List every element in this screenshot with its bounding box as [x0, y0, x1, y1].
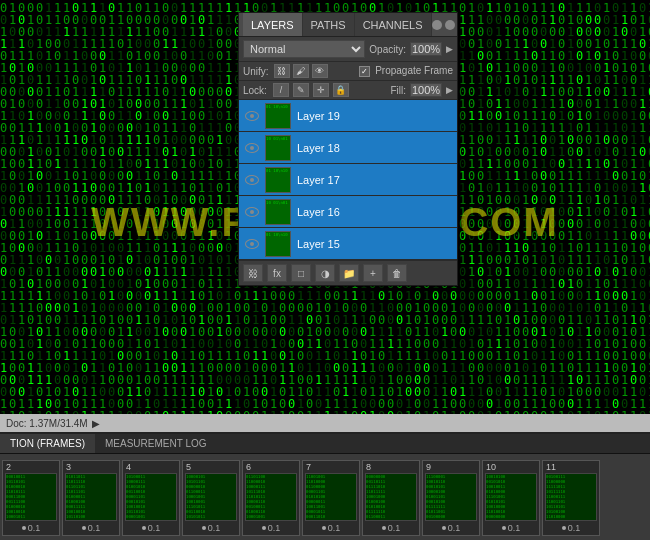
- frame-thumbnail: 00100111 11000000 11111011 10111110 1100…: [545, 473, 597, 521]
- status-arrow[interactable]: ▶: [92, 418, 100, 429]
- frame-item[interactable]: 8 00000000 00110111 01111010 11011111 10…: [362, 460, 420, 536]
- frame-number: 6: [243, 461, 299, 473]
- frame-thumbnail: 10100011 10000111 01001010 00110010 0000…: [125, 473, 177, 521]
- frame-time: 0.1: [142, 523, 161, 533]
- unify-position-icon[interactable]: ⛓: [274, 64, 290, 78]
- layers-list: 01 10\n10 01\n01 10 Layer 19 10 01\n01 1…: [239, 100, 457, 260]
- unify-visibility-icon[interactable]: 👁: [312, 64, 328, 78]
- panel-header: LAYERS PATHS CHANNELS: [239, 13, 457, 37]
- frame-item[interactable]: 6 01101100 11000010 10000111 10111010 11…: [242, 460, 300, 536]
- frame-number: 11: [543, 461, 599, 473]
- frame-thumbnail: 00010011 10110101 01000010 11010111 0001…: [5, 473, 57, 521]
- panel-close-button[interactable]: [445, 20, 455, 30]
- frame-thumbnail: 10000101 10101101 00000010 01100011 1000…: [185, 473, 237, 521]
- unify-label: Unify:: [243, 66, 269, 77]
- layer-thumbnail: 01 10\n10 01\n01 10: [265, 103, 291, 129]
- tab-layers[interactable]: LAYERS: [243, 13, 303, 36]
- opacity-label: Opacity:: [369, 44, 406, 55]
- layer-item[interactable]: 01 10\n10 01\n01 10 Layer 19: [239, 100, 457, 132]
- frame-item[interactable]: 7 11001001 11010000 01100000 00001101 01…: [302, 460, 360, 536]
- frame-number: 8: [363, 461, 419, 473]
- layer-name: Layer 18: [297, 142, 453, 154]
- layer-thumbnail: 01 10\n10 01\n01 10: [265, 231, 291, 257]
- frame-item[interactable]: 2 00010011 10110101 01000010 11010111 00…: [2, 460, 60, 536]
- lock-pixels-icon[interactable]: ✎: [293, 83, 309, 97]
- frame-number: 5: [183, 461, 239, 473]
- new-adjustment-button[interactable]: ◑: [315, 264, 335, 282]
- lock-row: Lock: / ✎ ✛ 🔒 Fill: 100% ▶: [239, 81, 457, 100]
- frame-thumbnail: 00000000 00110111 01111010 11011111 1000…: [365, 473, 417, 521]
- animation-frames: 2 00010011 10110101 01000010 11010111 00…: [0, 454, 650, 540]
- layer-item[interactable]: 10 01\n01 10\n10 01 Layer 16: [239, 196, 457, 228]
- frame-time: 0.1: [202, 523, 221, 533]
- frame-time: 0.1: [322, 523, 341, 533]
- tab-channels[interactable]: CHANNELS: [355, 13, 432, 36]
- lock-all-icon[interactable]: 🔒: [333, 83, 349, 97]
- delete-layer-button[interactable]: 🗑: [387, 264, 407, 282]
- frame-time: 0.1: [442, 523, 461, 533]
- frame-thumbnail: 01011011 11011110 01101101 11011101 0100…: [65, 473, 117, 521]
- tab-animation-frames[interactable]: TION (FRAMES): [0, 434, 95, 453]
- layers-panel: LAYERS PATHS CHANNELS Normal Opacity: 10…: [238, 12, 458, 286]
- frame-thumbnail: 10010100 00101010 10010011 01010000 1110…: [485, 473, 537, 521]
- opacity-value[interactable]: 100%: [410, 42, 442, 56]
- blend-mode-row: Normal Opacity: 100% ▶: [239, 37, 457, 62]
- lock-position-icon[interactable]: ✛: [313, 83, 329, 97]
- layer-name: Layer 19: [297, 110, 453, 122]
- layer-visibility-toggle[interactable]: [243, 235, 261, 253]
- layer-visibility-toggle[interactable]: [243, 107, 261, 125]
- link-layers-button[interactable]: ⛓: [243, 264, 263, 282]
- layer-thumbnail: 10 01\n01 10\n10 01: [265, 199, 291, 225]
- frame-time: 0.1: [82, 523, 101, 533]
- frame-item[interactable]: 11 00100111 11000000 11111011 10111110 1…: [542, 460, 600, 536]
- panel-controls: [432, 20, 455, 30]
- status-bar: Doc: 1.37M/31.4M ▶: [0, 414, 650, 432]
- new-layer-button[interactable]: +: [363, 264, 383, 282]
- unify-row: Unify: ⛓ 🖌 👁 ✓ Propagate Frame: [239, 62, 457, 81]
- opacity-arrow[interactable]: ▶: [446, 44, 453, 54]
- layer-item[interactable]: 01 10\n10 01\n01 10 Layer 17: [239, 164, 457, 196]
- fill-arrow[interactable]: ▶: [446, 85, 453, 95]
- unify-style-icon[interactable]: 🖌: [293, 64, 309, 78]
- frame-time: 0.1: [262, 523, 281, 533]
- panel-collapse-button[interactable]: [432, 20, 442, 30]
- frame-thumbnail: 11001001 11010000 01100000 00001101 0101…: [305, 473, 357, 521]
- frame-item[interactable]: 5 10000101 10101101 00000010 01100011 10…: [182, 460, 240, 536]
- lock-label: Lock:: [243, 85, 267, 96]
- layer-visibility-toggle[interactable]: [243, 139, 261, 157]
- frame-thumbnail: 01101100 11000010 10000111 10111010 1101…: [245, 473, 297, 521]
- tab-paths[interactable]: PATHS: [303, 13, 355, 36]
- lock-transparency-icon[interactable]: /: [273, 83, 289, 97]
- add-mask-button[interactable]: □: [291, 264, 311, 282]
- frame-item[interactable]: 10 10010100 00101010 10010011 01010000 1…: [482, 460, 540, 536]
- layer-visibility-toggle[interactable]: [243, 203, 261, 221]
- layer-item[interactable]: 10 01\n01 10\n10 01 Layer 18: [239, 132, 457, 164]
- frame-item[interactable]: 3 01011011 11011110 01101101 11011101 01…: [62, 460, 120, 536]
- panel-tabs: LAYERS PATHS CHANNELS: [243, 13, 432, 36]
- fill-value[interactable]: 100%: [410, 83, 442, 97]
- frame-number: 4: [123, 461, 179, 473]
- layer-item[interactable]: 01 10\n10 01\n01 10 Layer 15: [239, 228, 457, 260]
- layer-visibility-toggle[interactable]: [243, 171, 261, 189]
- layer-name: Layer 17: [297, 174, 453, 186]
- blend-mode-select[interactable]: Normal: [243, 40, 365, 58]
- propagate-checkbox[interactable]: ✓: [359, 66, 370, 77]
- layer-thumbnail: 01 10\n10 01\n01 10: [265, 167, 291, 193]
- frame-item[interactable]: 4 10100011 10000111 01001010 00110010 00…: [122, 460, 180, 536]
- frame-thumbnail: 11100001 10010110 00010101 10000100 0100…: [425, 473, 477, 521]
- add-style-button[interactable]: fx: [267, 264, 287, 282]
- tab-measurement-log[interactable]: MEASUREMENT LOG: [95, 434, 217, 453]
- frame-number: 10: [483, 461, 539, 473]
- frame-item[interactable]: 9 11100001 10010110 00010101 10000100 01…: [422, 460, 480, 536]
- animation-panel: TION (FRAMES) MEASUREMENT LOG 2 00010011…: [0, 432, 650, 540]
- frame-number: 2: [3, 461, 59, 473]
- new-group-button[interactable]: 📁: [339, 264, 359, 282]
- frame-number: 9: [423, 461, 479, 473]
- frame-time: 0.1: [22, 523, 41, 533]
- layer-name: Layer 15: [297, 238, 453, 250]
- frame-time: 0.1: [382, 523, 401, 533]
- frame-number: 7: [303, 461, 359, 473]
- layer-name: Layer 16: [297, 206, 453, 218]
- frame-time: 0.1: [562, 523, 581, 533]
- propagate-label: ✓ Propagate Frame: [359, 65, 453, 77]
